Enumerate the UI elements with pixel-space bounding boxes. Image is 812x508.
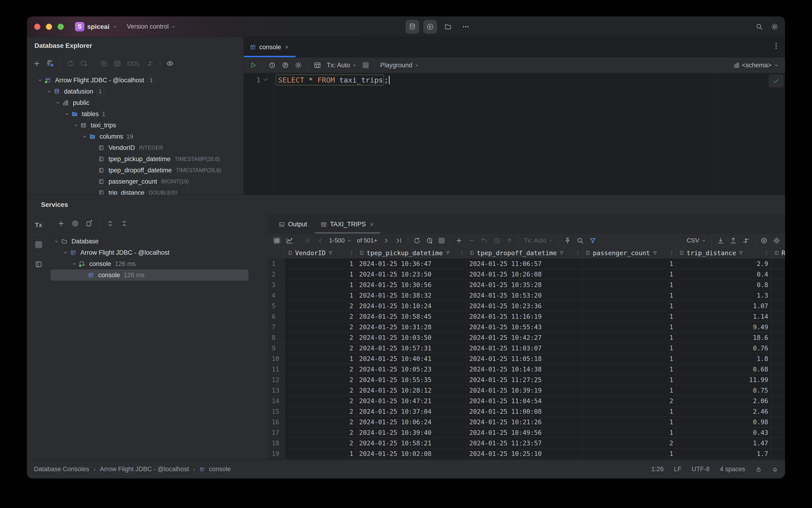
view-options-eye-icon[interactable] [166, 60, 174, 67]
cell-trip-distance[interactable]: 1.7 [676, 449, 771, 459]
row-number-cell[interactable]: 11 [268, 364, 285, 374]
row-number-cell[interactable]: 2 [268, 269, 285, 279]
tree-item-column[interactable]: VendorID INTEGER [27, 142, 243, 154]
cell-dropoff-datetime[interactable]: 2024-01-25 11:03:07 [466, 343, 583, 353]
cell-dropoff-datetime[interactable]: 2024-01-25 11:16:19 [466, 311, 583, 322]
last-page-icon[interactable] [395, 237, 403, 244]
cell-passenger-count[interactable]: 1 [583, 343, 676, 353]
cell-dropoff-datetime[interactable]: 2024-01-25 10:42:27 [466, 332, 583, 343]
tree-item-table[interactable]: taxi_trips [27, 120, 243, 131]
reload-page-icon[interactable] [413, 237, 421, 244]
cell-passenger-count[interactable]: 1 [583, 280, 676, 290]
cell-vendorid[interactable]: 2 [285, 417, 356, 427]
project-name[interactable]: spiceai [87, 23, 109, 31]
cell-trip-distance[interactable]: 0.68 [676, 364, 771, 374]
row-number-cell[interactable]: 8 [268, 332, 285, 343]
open-table-icon[interactable] [114, 60, 121, 67]
grid-settings-gear-icon[interactable] [773, 237, 780, 244]
more-actions-button[interactable] [459, 20, 472, 34]
close-icon[interactable] [284, 45, 289, 50]
sort-icon[interactable] [669, 250, 674, 255]
indent-indicator[interactable]: 4 spaces [720, 466, 745, 473]
cell-passenger-count[interactable]: 2 [583, 438, 676, 448]
header-trip-distance[interactable]: trip_distance [676, 247, 771, 258]
tree-item-column[interactable]: tpep_dropoff_datetime TIMESTAMP(26,6) [27, 165, 243, 176]
sort-icon[interactable] [459, 250, 464, 255]
project-widget[interactable]: S spiceai [75, 22, 118, 32]
schema-selector[interactable]: <schema> [733, 62, 779, 69]
cell-pickup-datetime[interactable]: 2024-01-25 10:30:56 [356, 280, 466, 290]
caret-position[interactable]: 1:26 [651, 466, 664, 473]
cell-trip-distance[interactable]: 2.06 [676, 396, 771, 406]
breadcrumb-datasource[interactable]: Arrow Flight JDBC - @localhost [100, 466, 189, 473]
cell-rate[interactable] [771, 438, 785, 448]
cell-trip-distance[interactable]: 2.46 [676, 406, 771, 417]
cell-vendorid[interactable]: 1 [285, 258, 356, 269]
corner-cell[interactable] [268, 247, 285, 258]
cell-passenger-count[interactable]: 1 [583, 301, 676, 311]
notifications-bell-icon[interactable] [772, 466, 778, 472]
cell-rate[interactable] [771, 353, 785, 364]
table-row[interactable]: 3 1 2024-01-25 10:30:56 2024-01-25 10:35… [268, 280, 785, 290]
breadcrumb-console[interactable]: console [209, 466, 231, 473]
cell-pickup-datetime[interactable]: 2024-01-25 10:36:47 [356, 258, 466, 269]
cell-rate[interactable] [771, 385, 785, 395]
expand-all-icon[interactable] [106, 220, 114, 227]
cell-trip-distance[interactable]: 2.9 [676, 258, 771, 269]
sort-icon[interactable] [349, 250, 354, 255]
cell-rate[interactable] [771, 322, 785, 332]
chevron-down-icon[interactable] [73, 123, 78, 128]
cell-dropoff-datetime[interactable]: 2024-01-25 10:25:10 [466, 449, 583, 459]
cell-pickup-datetime[interactable]: 2024-01-25 10:31:28 [356, 322, 466, 332]
cell-rate[interactable] [771, 290, 785, 300]
cell-pickup-datetime[interactable]: 2024-01-25 10:38:32 [356, 290, 466, 300]
find-in-grid-icon[interactable] [576, 237, 584, 244]
tree-item-database[interactable]: datafusion 1 [27, 86, 243, 97]
line-ending-indicator[interactable]: LF [674, 466, 681, 473]
search-everywhere-icon[interactable] [756, 23, 763, 31]
cell-pickup-datetime[interactable]: 2024-01-25 10:47:21 [356, 396, 466, 406]
row-number-cell[interactable]: 6 [268, 311, 285, 322]
chevron-down-icon[interactable] [38, 78, 43, 83]
pin-tab-icon[interactable] [564, 237, 571, 244]
row-number-cell[interactable]: 14 [268, 396, 285, 406]
export-format-dropdown[interactable]: CSV [687, 237, 706, 244]
grid-view-icon[interactable] [273, 237, 281, 244]
tree-item-tables-folder[interactable]: tables 1 [27, 109, 243, 120]
cell-trip-distance[interactable]: 1.07 [676, 301, 771, 311]
chevron-down-icon[interactable] [63, 250, 68, 255]
cell-passenger-count[interactable]: 1 [583, 322, 676, 332]
cell-trip-distance[interactable]: 1.47 [676, 438, 771, 448]
cell-vendorid[interactable]: 2 [285, 438, 356, 448]
add-row-icon[interactable] [455, 237, 463, 244]
row-number-cell[interactable]: 5 [268, 301, 285, 311]
view-options-target-icon[interactable] [72, 220, 79, 227]
cell-rate[interactable] [771, 332, 785, 343]
table-row[interactable]: 12 2 2024-01-25 10:55:35 2024-01-25 11:2… [268, 375, 785, 385]
cell-pickup-datetime[interactable]: 2024-01-25 10:05:23 [356, 364, 466, 374]
cell-dropoff-datetime[interactable]: 2024-01-25 10:26:08 [466, 269, 583, 279]
table-row[interactable]: 7 2 2024-01-25 10:31:28 2024-01-25 10:55… [268, 322, 785, 332]
cell-trip-distance[interactable]: 9.49 [676, 322, 771, 332]
cell-trip-distance[interactable]: 11.99 [676, 375, 771, 385]
table-row[interactable]: 18 2 2024-01-25 10:58:21 2024-01-25 11:2… [268, 438, 785, 449]
table-row[interactable]: 10 1 2024-01-25 10:40:41 2024-01-25 11:0… [268, 353, 785, 364]
cell-vendorid[interactable]: 2 [285, 343, 356, 353]
row-number-cell[interactable]: 13 [268, 385, 285, 395]
import-download-icon[interactable] [717, 237, 724, 244]
transfer-data-icon[interactable] [742, 237, 750, 244]
close-icon[interactable] [369, 222, 374, 227]
settings-gear-icon[interactable] [771, 23, 778, 31]
table-row[interactable]: 4 1 2024-01-25 10:38:32 2024-01-25 10:53… [268, 290, 785, 301]
export-upload-icon[interactable] [729, 237, 737, 244]
table-row[interactable]: 14 2 2024-01-25 10:47:21 2024-01-25 11:0… [268, 396, 785, 406]
tab-output[interactable]: Output [273, 215, 313, 234]
jump-to-console-icon[interactable] [100, 60, 107, 67]
cell-passenger-count[interactable]: 1 [583, 427, 676, 438]
open-in-new-tab-icon[interactable] [86, 220, 93, 227]
minimize-window-button[interactable] [46, 24, 52, 30]
chart-view-icon[interactable] [286, 237, 293, 244]
cell-vendorid[interactable]: 1 [285, 353, 356, 364]
table-row[interactable]: 5 2 2024-01-25 10:10:24 2024-01-25 10:23… [268, 301, 785, 311]
row-number-cell[interactable]: 9 [268, 343, 285, 353]
